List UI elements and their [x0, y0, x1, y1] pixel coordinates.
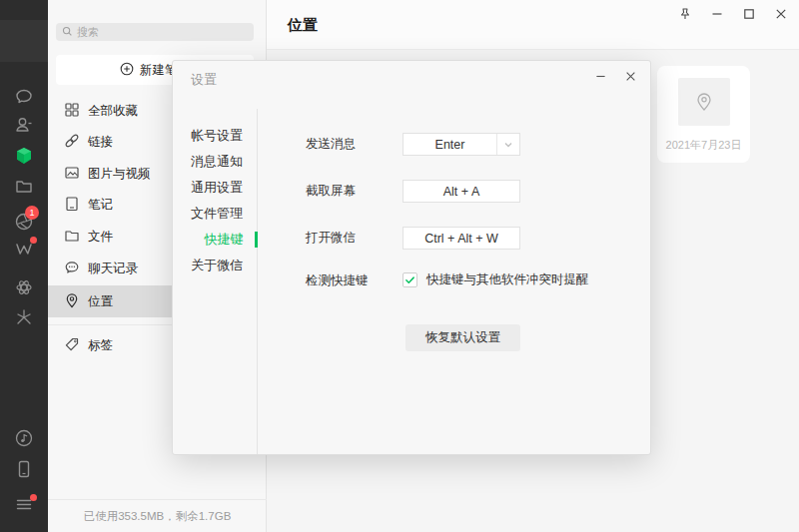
- music-icon[interactable]: [13, 427, 35, 449]
- folder-icon: [64, 228, 80, 247]
- chats-icon[interactable]: [13, 86, 35, 108]
- settings-tab-account[interactable]: 帐号设置: [191, 123, 251, 149]
- dialog-close-button[interactable]: [618, 65, 642, 87]
- channels-icon[interactable]: [13, 238, 35, 260]
- files-icon[interactable]: [13, 176, 35, 198]
- main-header: 位置: [267, 0, 799, 50]
- conflict-alert-checkbox[interactable]: [402, 272, 417, 287]
- pin-button[interactable]: [673, 4, 697, 24]
- sidebar-item-label: 图片与视频: [88, 166, 151, 183]
- dialog-minimize-button[interactable]: [588, 65, 612, 87]
- conflict-alert-label[interactable]: 快捷键与其他软件冲突时提醒: [426, 271, 589, 288]
- sidebar-item-label: 聊天记录: [88, 261, 138, 277]
- mini-programs-icon[interactable]: [13, 306, 35, 328]
- contacts-icon[interactable]: [13, 114, 35, 136]
- chat-history-icon: [64, 260, 80, 278]
- dialog-title: 设置: [191, 71, 217, 89]
- send-message-value: Enter: [403, 138, 496, 152]
- sidebar-item-label: 笔记: [88, 197, 113, 214]
- moments-icon[interactable]: 1: [13, 211, 35, 233]
- avatar[interactable]: [0, 20, 48, 62]
- wechat-window: 1 搜索 新建笔记: [0, 0, 799, 532]
- settings-tab-about[interactable]: 关于微信: [191, 253, 251, 278]
- search-placeholder: 搜索: [77, 25, 99, 40]
- location-card[interactable]: 2021年7月23日: [657, 66, 750, 163]
- image-icon: [64, 165, 80, 184]
- dialog-controls: [588, 65, 642, 87]
- settings-dialog: 设置 帐号设置 消息通知 通用设置 文件管理 快捷键 关于微信 发送消息 Ent…: [172, 60, 651, 455]
- more-reddot: [30, 494, 37, 501]
- settings-tab-notifications[interactable]: 消息通知: [191, 149, 251, 175]
- screenshot-shortcut-value: Alt + A: [443, 185, 479, 199]
- moments-badge: 1: [25, 206, 39, 220]
- location-pin-icon: [693, 91, 715, 113]
- open-wechat-label: 打开微信: [306, 227, 356, 250]
- window-controls: [673, 4, 793, 24]
- phone-icon[interactable]: [13, 458, 35, 480]
- detect-shortcut-label: 检测快捷键: [306, 272, 369, 288]
- storage-status: 已使用353.5MB，剩余1.7GB: [48, 499, 267, 532]
- search-input[interactable]: 搜索: [56, 23, 254, 41]
- tag-icon: [64, 336, 80, 355]
- dialog-menu-divider: [257, 109, 258, 454]
- settings-tab-file-management[interactable]: 文件管理: [191, 201, 251, 227]
- grid-icon: [64, 102, 80, 121]
- storage-text: 已使用353.5MB，剩余1.7GB: [84, 509, 232, 524]
- send-message-dropdown[interactable]: Enter: [402, 133, 520, 156]
- sidebar-item-label: 位置: [88, 293, 113, 310]
- search-icon: [62, 23, 73, 41]
- close-button[interactable]: [769, 4, 793, 24]
- sidebar-item-label: 链接: [88, 134, 113, 151]
- minimize-button[interactable]: [705, 4, 729, 24]
- screenshot-label: 截取屏幕: [306, 180, 356, 203]
- open-wechat-shortcut-value: Ctrl + Alt + W: [424, 232, 498, 246]
- location-date: 2021年7月23日: [657, 138, 750, 153]
- channels-reddot: [30, 237, 37, 244]
- restore-defaults-button[interactable]: 恢复默认设置: [405, 324, 520, 351]
- send-message-label: 发送消息: [306, 133, 356, 156]
- location-thumbnail: [678, 78, 730, 126]
- selected-tab-indicator: [255, 232, 258, 248]
- chevron-down-icon[interactable]: [496, 134, 519, 155]
- settings-flower-icon[interactable]: [13, 276, 35, 298]
- link-icon: [64, 133, 80, 152]
- more-menu-icon[interactable]: [13, 493, 35, 515]
- plus-circle-icon: [120, 62, 134, 79]
- screenshot-shortcut-input[interactable]: Alt + A: [402, 180, 520, 203]
- settings-tab-shortcuts[interactable]: 快捷键: [191, 227, 257, 253]
- note-icon: [64, 196, 80, 215]
- nav-rail: 1: [0, 0, 48, 532]
- location-icon: [64, 292, 80, 311]
- sidebar-item-label: 标签: [88, 337, 113, 354]
- settings-tab-general[interactable]: 通用设置: [191, 175, 251, 201]
- favorites-icon[interactable]: [13, 145, 35, 167]
- sidebar-item-label: 全部收藏: [88, 103, 138, 120]
- maximize-button[interactable]: [737, 4, 761, 24]
- open-wechat-shortcut-input[interactable]: Ctrl + Alt + W: [402, 227, 520, 250]
- page-title: 位置: [288, 16, 318, 35]
- sidebar-item-label: 文件: [88, 229, 113, 246]
- check-icon: [404, 274, 415, 285]
